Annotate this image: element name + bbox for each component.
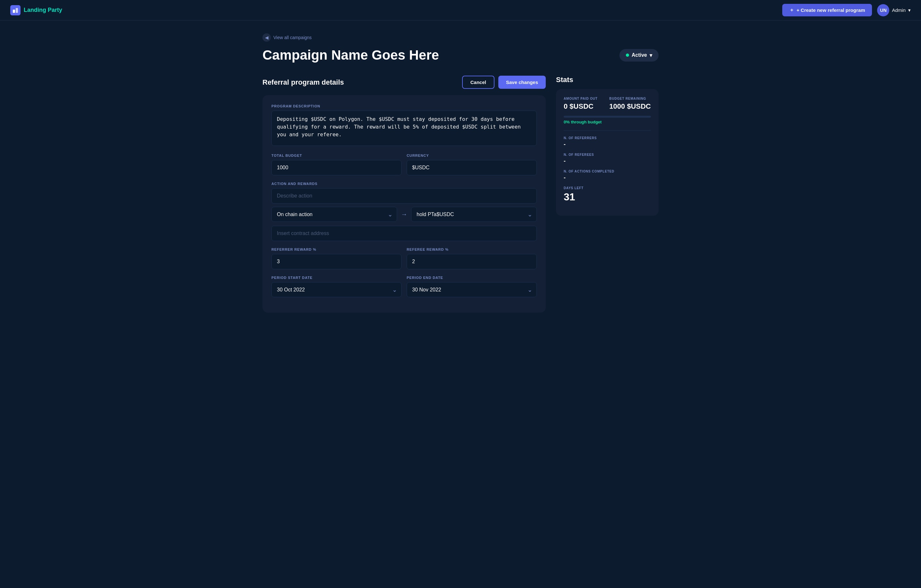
amount-paid-out-label: AMOUNT PAID OUT <box>564 97 598 100</box>
currency-label: CURRENCY <box>407 153 537 157</box>
back-arrow-icon: ◀ <box>262 33 271 42</box>
campaign-title: Campaign Name Goes Here <box>262 47 439 63</box>
program-description-input[interactable]: Depositing $USDC on Polygon. The $USDC m… <box>272 111 537 146</box>
stats-title: Stats <box>556 76 659 84</box>
stats-divider <box>564 130 651 130</box>
save-changes-button[interactable]: Save changes <box>498 76 546 89</box>
currency-group: CURRENCY <box>407 153 537 175</box>
period-end-wrapper: 30 Nov 2022 <box>407 282 537 297</box>
period-start-group: PERIOD START DATE 30 Oct 2022 <box>272 276 402 297</box>
campaign-header: Campaign Name Goes Here Active ▾ <box>262 47 659 63</box>
user-name: Admin <box>892 7 906 13</box>
page-content: ◀ View all campaigns Campaign Name Goes … <box>252 21 669 326</box>
amount-paid-out-value: 0 $USDC <box>564 102 598 111</box>
plus-icon: ＋ <box>789 7 794 13</box>
form-section: Referral program details Cancel Save cha… <box>262 76 546 313</box>
total-budget-group: TOTAL BUDGET <box>272 153 402 175</box>
budget-pct-label: 0% through budget <box>564 120 651 124</box>
referrer-reward-label: REFERRER REWARD % <box>272 248 402 251</box>
days-left-row: DAYS LEFT 31 <box>564 186 651 203</box>
status-dot-icon <box>626 54 629 57</box>
status-label: Active <box>631 52 647 58</box>
create-new-referral-button[interactable]: ＋ + Create new referral program <box>782 4 872 16</box>
currency-input[interactable] <box>407 160 537 175</box>
amount-paid-out-block: AMOUNT PAID OUT 0 $USDC <box>564 97 598 111</box>
period-end-group: PERIOD END DATE 30 Nov 2022 <box>407 276 537 297</box>
create-btn-label: + Create new referral program <box>797 7 865 13</box>
n-referees-row: N. OF REFEREES - <box>564 153 651 165</box>
form-actions: Cancel Save changes <box>462 76 546 89</box>
n-referrers-label: N. OF REFERRERS <box>564 136 651 140</box>
referrer-reward-input[interactable] <box>272 254 402 269</box>
user-menu[interactable]: UN Admin ▾ <box>877 4 911 16</box>
chevron-down-icon: ▾ <box>908 7 911 13</box>
stats-card: AMOUNT PAID OUT 0 $USDC BUDGET REMAINING… <box>556 89 659 216</box>
chevron-down-icon: ▾ <box>649 52 652 59</box>
form-header: Referral program details Cancel Save cha… <box>262 76 546 89</box>
action-rewards-group: ACTION AND REWARDS On chain action → <box>272 182 537 241</box>
avatar: UN <box>877 4 889 16</box>
logo-icon <box>10 5 21 15</box>
svg-rect-0 <box>13 10 15 13</box>
cancel-button[interactable]: Cancel <box>462 76 495 89</box>
budget-remaining-block: BUDGET REMAINING 1000 $USDC <box>609 97 651 111</box>
main-layout: Referral program details Cancel Save cha… <box>262 76 659 313</box>
action-row: On chain action → hold PTa$USDC <box>272 207 537 222</box>
hold-action-select[interactable]: hold PTa$USDC <box>411 207 537 222</box>
period-start-wrapper: 30 Oct 2022 <box>272 282 402 297</box>
stats-top-row: AMOUNT PAID OUT 0 $USDC BUDGET REMAINING… <box>564 97 651 111</box>
stats-section: Stats AMOUNT PAID OUT 0 $USDC BUDGET REM… <box>556 76 659 216</box>
form-card: PROGRAM DESCRIPTION Depositing $USDC on … <box>262 95 546 313</box>
n-referrers-value: - <box>564 141 651 148</box>
navbar: Landing Party ＋ + Create new referral pr… <box>0 0 921 21</box>
n-referrers-row: N. OF REFERRERS - <box>564 136 651 148</box>
n-referees-label: N. OF REFEREES <box>564 153 651 156</box>
n-actions-value: - <box>564 174 651 181</box>
on-chain-action-wrapper: On chain action <box>272 207 397 222</box>
referrer-reward-group: REFERRER REWARD % <box>272 248 402 269</box>
brand-logo: Landing Party <box>10 5 62 15</box>
period-end-select[interactable]: 30 Nov 2022 <box>407 282 537 297</box>
arrow-connector-icon: → <box>401 211 407 218</box>
describe-action-input[interactable] <box>272 188 537 204</box>
n-referees-value: - <box>564 158 651 165</box>
program-description-label: PROGRAM DESCRIPTION <box>272 104 537 108</box>
budget-remaining-label: BUDGET REMAINING <box>609 97 651 100</box>
status-badge[interactable]: Active ▾ <box>620 49 659 62</box>
budget-bar-background <box>564 116 651 118</box>
contract-address-input[interactable] <box>272 226 537 241</box>
budget-currency-row: TOTAL BUDGET CURRENCY <box>272 153 537 182</box>
referee-reward-group: REFEREE REWARD % <box>407 248 537 269</box>
svg-rect-1 <box>16 8 18 13</box>
brand-name: Landing Party <box>24 7 62 13</box>
action-rewards-label: ACTION AND REWARDS <box>272 182 537 186</box>
nav-right: ＋ + Create new referral program UN Admin… <box>782 4 911 16</box>
days-left-value: 31 <box>564 191 651 203</box>
period-end-label: PERIOD END DATE <box>407 276 537 280</box>
program-description-group: PROGRAM DESCRIPTION Depositing $USDC on … <box>272 104 537 147</box>
user-initials: UN <box>880 8 887 13</box>
back-link[interactable]: ◀ View all campaigns <box>262 33 312 42</box>
total-budget-label: TOTAL BUDGET <box>272 153 402 157</box>
days-left-label: DAYS LEFT <box>564 186 651 190</box>
hold-action-wrapper: hold PTa$USDC <box>411 207 537 222</box>
period-start-label: PERIOD START DATE <box>272 276 402 280</box>
back-link-label: View all campaigns <box>273 35 312 40</box>
referee-reward-label: REFEREE REWARD % <box>407 248 537 251</box>
n-actions-label: N. OF ACTIONS COMPLETED <box>564 169 651 173</box>
period-start-select[interactable]: 30 Oct 2022 <box>272 282 402 297</box>
budget-remaining-value: 1000 $USDC <box>609 102 651 111</box>
n-actions-row: N. OF ACTIONS COMPLETED - <box>564 169 651 181</box>
reward-row: REFERRER REWARD % REFEREE REWARD % <box>272 248 537 276</box>
period-dates-row: PERIOD START DATE 30 Oct 2022 PERIOD END… <box>272 276 537 304</box>
form-section-title: Referral program details <box>262 78 344 86</box>
budget-bar: 0% through budget <box>564 116 651 124</box>
referee-reward-input[interactable] <box>407 254 537 269</box>
on-chain-action-select[interactable]: On chain action <box>272 207 397 222</box>
total-budget-input[interactable] <box>272 160 402 175</box>
